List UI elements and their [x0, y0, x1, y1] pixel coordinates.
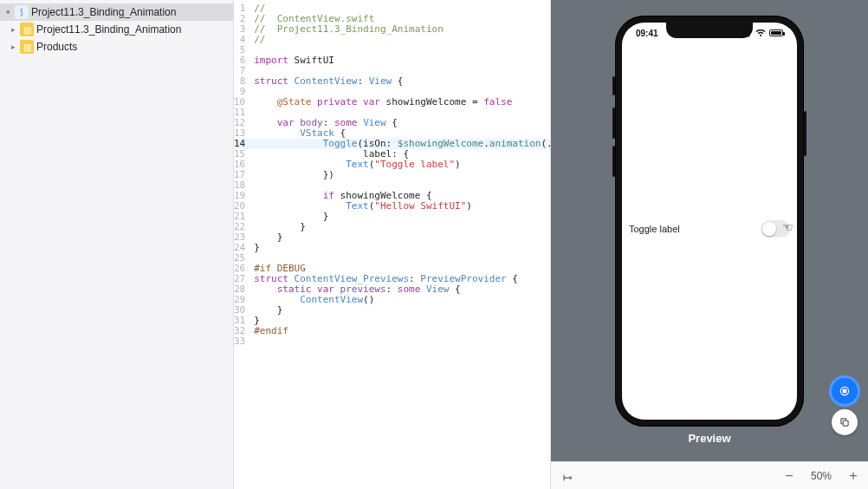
- zoom-in-button[interactable]: +: [847, 470, 859, 482]
- zoom-out-button[interactable]: −: [783, 470, 795, 482]
- wifi-icon: [755, 29, 766, 37]
- tree-item-root[interactable]: ▾ ⟆ Project11.3_Binding_Animation: [0, 3, 233, 21]
- svg-rect-8: [843, 421, 848, 426]
- chevron-right-icon[interactable]: ▸: [9, 42, 17, 51]
- zoom-controls: − 50% +: [783, 470, 859, 482]
- tree-item-label: Project11.3_Binding_Animation: [31, 6, 176, 18]
- tree-item-products[interactable]: ▸ ▧ Products: [0, 38, 233, 55]
- device-screen[interactable]: 09:41 Toggle lab: [622, 23, 797, 420]
- device-frame: 09:41 Toggle lab: [615, 16, 804, 427]
- volume-down-icon: [612, 146, 615, 177]
- live-preview-button[interactable]: [832, 378, 858, 404]
- mute-switch-icon: [612, 76, 615, 95]
- chevron-right-icon[interactable]: ▸: [9, 25, 17, 34]
- preview-canvas[interactable]: 09:41 Toggle lab: [551, 0, 868, 461]
- preview-label: Preview: [688, 427, 730, 452]
- chevron-down-icon[interactable]: ▾: [3, 8, 12, 16]
- preview-pane: 09:41 Toggle lab: [551, 0, 868, 489]
- svg-rect-0: [742, 35, 743, 37]
- folder-icon: ▧: [20, 23, 34, 36]
- pin-icon[interactable]: [560, 469, 573, 483]
- preview-bottom-bar: − 50% +: [551, 461, 868, 489]
- toggle-label: Toggle label: [629, 224, 680, 234]
- svg-rect-2: [746, 31, 748, 37]
- side-button-icon: [804, 111, 806, 156]
- cursor-hand-icon: ☜: [782, 220, 794, 234]
- duplicate-preview-button[interactable]: [832, 409, 858, 435]
- tree-item-label: Products: [36, 41, 77, 53]
- svg-rect-1: [744, 33, 746, 37]
- status-time: 09:41: [636, 29, 658, 38]
- tree-item-folder[interactable]: ▸ ▧ Project11.3_Binding_Animation: [0, 21, 233, 38]
- source-editor[interactable]: 1234567891011121314151617181920212223242…: [234, 0, 551, 489]
- svg-rect-3: [748, 29, 750, 37]
- folder-icon: ▧: [20, 40, 34, 54]
- volume-up-icon: [612, 108, 615, 139]
- svg-point-4: [760, 35, 761, 36]
- toggle-row[interactable]: Toggle label: [629, 220, 790, 238]
- cellular-icon: [742, 29, 752, 36]
- status-bar: 09:41: [622, 25, 797, 41]
- battery-icon: [769, 29, 783, 36]
- svg-rect-6: [843, 389, 847, 394]
- zoom-level: 50%: [811, 470, 832, 482]
- project-navigator[interactable]: ▾ ⟆ Project11.3_Binding_Animation ▸ ▧ Pr…: [0, 0, 234, 489]
- code-area[interactable]: //// ContentView.swift// Project11.3_Bin…: [250, 0, 551, 489]
- line-number-gutter: 1234567891011121314151617181920212223242…: [234, 0, 250, 489]
- tree-item-label: Project11.3_Binding_Animation: [36, 23, 181, 36]
- swift-file-icon: ⟆: [15, 5, 29, 19]
